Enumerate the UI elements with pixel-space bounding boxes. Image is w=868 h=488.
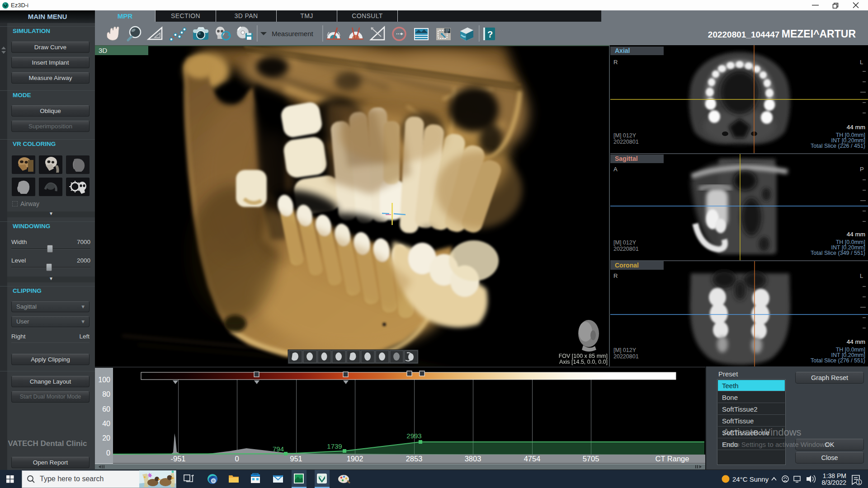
svg-text:-951: -951 <box>170 455 185 463</box>
svg-text:2853: 2853 <box>406 455 423 463</box>
svg-text:951: 951 <box>290 455 302 463</box>
svg-text:1: 1 <box>858 480 860 485</box>
svg-text:FOV [100 x 85 mm]: FOV [100 x 85 mm] <box>559 353 608 359</box>
svg-text:1:38 PM: 1:38 PM <box>823 472 846 479</box>
svg-text:3803: 3803 <box>465 455 481 463</box>
svg-text:Axis [14.5, 0.0, 0.0]: Axis [14.5, 0.0, 0.0] <box>559 359 608 365</box>
svg-text:2993: 2993 <box>406 432 421 440</box>
svg-text:8/3/2022: 8/3/2022 <box>822 479 847 486</box>
svg-text:5705: 5705 <box>583 455 599 463</box>
svg-text:1739: 1739 <box>327 442 342 450</box>
svg-text:794: 794 <box>273 445 284 453</box>
svg-text:24°C Sunny: 24°C Sunny <box>732 475 769 483</box>
svg-text:Type here to search: Type here to search <box>40 475 104 483</box>
svg-text:4754: 4754 <box>524 455 541 463</box>
svg-text:0: 0 <box>235 455 239 463</box>
svg-text:Measurement: Measurement <box>272 30 314 38</box>
svg-text:1902: 1902 <box>347 455 363 463</box>
svg-text:CT Range: CT Range <box>656 455 689 463</box>
svg-text:?: ? <box>487 29 493 39</box>
